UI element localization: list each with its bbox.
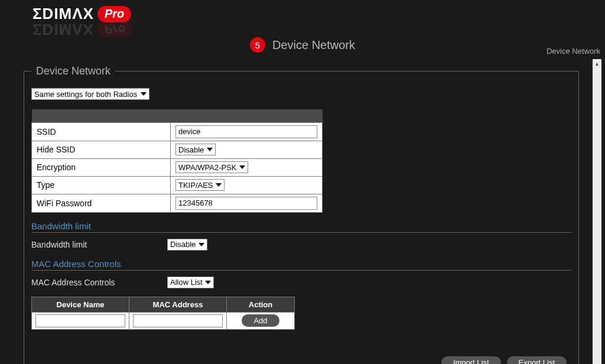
footer-buttons: Import List Export List	[31, 356, 571, 365]
hide-ssid-select[interactable]: Disable	[175, 144, 216, 155]
ssid-label: SSID	[32, 122, 171, 141]
mac-controls-label: MAC Address Controls	[31, 278, 160, 287]
mac-controls-select[interactable]: Allow List	[167, 277, 214, 288]
breadcrumb: Device Network	[547, 47, 600, 56]
device-name-input[interactable]	[35, 314, 125, 327]
radio-mode-select[interactable]: Same settings for both Radios	[31, 88, 149, 100]
scroll-up-icon[interactable]: ▲	[593, 59, 601, 68]
settings-header-label	[32, 109, 171, 122]
mac-col-name: Device Name	[32, 297, 129, 312]
mac-col-mac: MAC Address	[129, 297, 227, 312]
encryption-label: Encryption	[32, 158, 171, 176]
step-badge: 5	[250, 37, 265, 53]
mac-address-input[interactable]	[133, 314, 223, 327]
page-title-row: 5 Device Network	[0, 37, 605, 53]
hide-ssid-label: Hide SSID	[32, 141, 171, 158]
table-row: Add	[32, 312, 295, 329]
mac-table: Device Name MAC Address Action Add	[31, 297, 295, 330]
settings-header-value	[171, 109, 323, 122]
import-list-button[interactable]: Import List	[441, 356, 501, 365]
type-label: Type	[32, 176, 171, 194]
ssid-input[interactable]	[175, 125, 317, 138]
bandwidth-limit-label: Bandwidth limit	[31, 240, 160, 249]
brand-logo-reflection: ΣDIMΛX Pro	[32, 20, 133, 38]
device-network-panel: Device Network Same settings for both Ra…	[24, 65, 579, 364]
page-title: Device Network	[272, 38, 355, 52]
bandwidth-limit-select[interactable]: Disable	[167, 239, 207, 251]
mac-heading: MAC Address Controls	[31, 259, 571, 271]
panel-legend: Device Network	[31, 65, 115, 77]
type-select[interactable]: TKIP/AES	[175, 179, 225, 191]
network-settings-table: SSID Hide SSID Disable Encryption	[31, 109, 323, 213]
wifi-password-input[interactable]	[175, 197, 317, 210]
add-button[interactable]: Add	[242, 314, 279, 327]
scrollbar[interactable]: ▲	[593, 59, 601, 364]
export-list-button[interactable]: Export List	[507, 356, 567, 365]
wifi-password-label: WiFi Password	[32, 194, 171, 212]
bandwidth-heading: Bandwidth limit	[31, 221, 571, 233]
encryption-select[interactable]: WPA/WPA2-PSK	[175, 161, 248, 173]
mac-col-action: Action	[227, 297, 295, 312]
